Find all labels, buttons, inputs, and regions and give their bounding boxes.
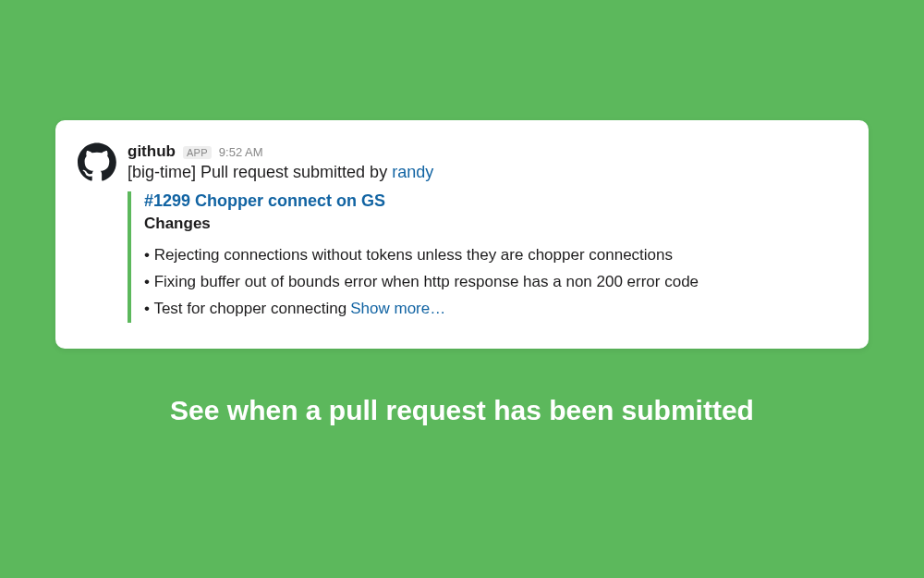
message-timestamp: 9:52 AM <box>219 145 263 159</box>
subject-prefix: [big-time] Pull request submitted by <box>128 163 392 181</box>
list-item: • Rejecting connections without tokens u… <box>144 242 841 269</box>
pr-subhead: Changes <box>144 215 841 233</box>
promo-caption: See when a pull request has been submitt… <box>170 395 754 426</box>
message-row: github APP 9:52 AM [big-time] Pull reque… <box>78 142 841 323</box>
app-badge: APP <box>183 146 212 159</box>
message-body: github APP 9:52 AM [big-time] Pull reque… <box>128 142 841 323</box>
github-avatar <box>78 142 116 181</box>
message-subject: [big-time] Pull request submitted by ran… <box>128 163 841 182</box>
changes-list: • Rejecting connections without tokens u… <box>144 242 841 323</box>
show-more-link[interactable]: Show more… <box>350 300 445 317</box>
github-icon <box>78 142 116 181</box>
pr-title-link[interactable]: #1299 Chopper connect on GS <box>144 191 841 211</box>
list-item: • Fixing buffer out of bounds error when… <box>144 269 841 296</box>
slack-message-card: github APP 9:52 AM [big-time] Pull reque… <box>55 120 869 349</box>
message-header: github APP 9:52 AM <box>128 142 841 161</box>
message-attachment: #1299 Chopper connect on GS Changes • Re… <box>128 191 841 323</box>
user-link[interactable]: randy <box>392 163 433 181</box>
sender-name: github <box>128 142 176 161</box>
list-item: • Test for chopper connectingShow more… <box>144 296 841 323</box>
